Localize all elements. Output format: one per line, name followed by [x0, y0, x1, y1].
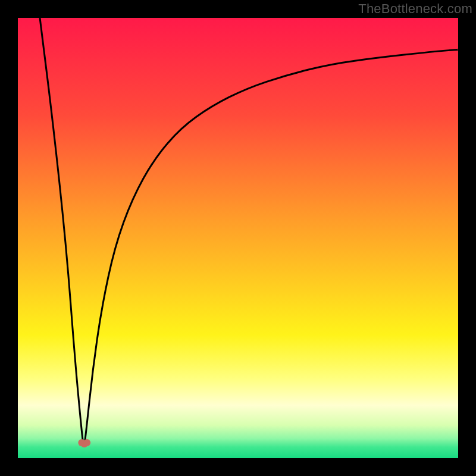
chart-frame: TheBottleneck.com — [0, 0, 476, 476]
plot-area — [18, 18, 458, 458]
optimum-marker-dot — [83, 439, 90, 446]
bottleneck-curve — [18, 18, 458, 458]
watermark-text: TheBottleneck.com — [358, 1, 472, 17]
